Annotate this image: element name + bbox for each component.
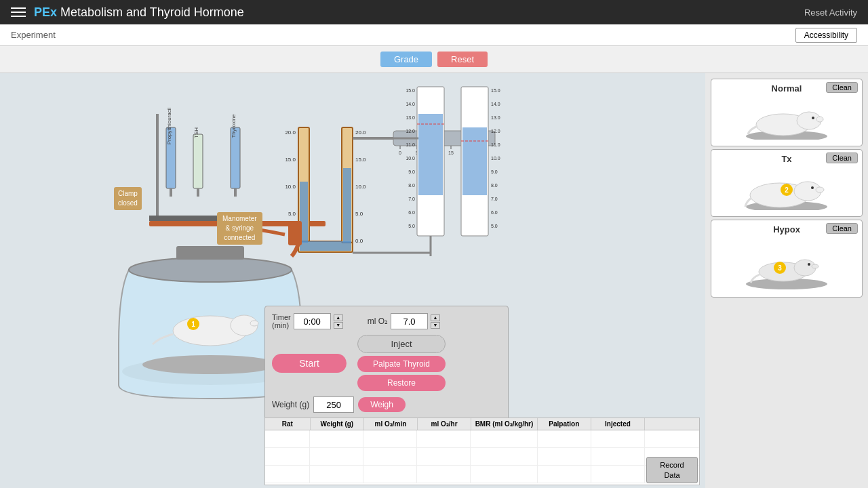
td-mlo2-hr (417, 430, 471, 447)
svg-text:5.0: 5.0 (491, 224, 498, 228)
scale-5-right: 5.0 (355, 211, 363, 217)
svg-point-48 (808, 263, 810, 266)
td-weight (310, 430, 363, 447)
gauge-left-fill (418, 114, 443, 195)
mlo2-down-button[interactable]: ▼ (431, 322, 440, 329)
palpate-thyroid-button[interactable]: Palpate Thyroid (357, 356, 446, 372)
record-data-button[interactable]: Record Data (646, 457, 698, 483)
svg-text:2: 2 (785, 186, 789, 194)
restore-button[interactable]: Restore (357, 375, 446, 391)
svg-text:8.0: 8.0 (491, 183, 498, 188)
reset-button[interactable]: Reset (437, 52, 488, 67)
normal-clean-button[interactable]: Clean (826, 82, 858, 93)
syringe-tip-2 (197, 188, 199, 197)
td-palpation (538, 430, 591, 447)
lab-area: Propylthiouracil TSH Thyroxine 20.0 (0, 73, 705, 488)
table-body[interactable]: Record Data (265, 430, 699, 485)
svg-text:6.0: 6.0 (491, 210, 498, 215)
scale-15-left: 15.0 (285, 157, 296, 163)
scale-10-right: 10.0 (355, 184, 366, 190)
svg-text:10.0: 10.0 (406, 156, 415, 161)
syringe-tsh[interactable] (193, 134, 203, 188)
col-palpation: Palpation (538, 418, 591, 430)
td-mlo2-min (363, 466, 417, 483)
hypox-rat-image[interactable]: 3 (711, 245, 862, 286)
svg-point-35 (816, 117, 823, 122)
svg-text:8.0: 8.0 (408, 183, 415, 188)
tx-clean-button[interactable]: Clean (826, 152, 858, 163)
subheader: Experiment Accessibility (0, 24, 868, 46)
td-rat (265, 466, 310, 483)
app-header: PEx Metabolism and Thyroid Hormone Reset… (0, 0, 868, 24)
normal-rat-image[interactable] (711, 99, 862, 140)
table-row (265, 466, 699, 483)
rat1-nose (250, 321, 258, 326)
title-text: Metabolism and Thyroid Hormone (60, 5, 244, 19)
main-content: Propylthiouracil TSH Thyroxine 20.0 (0, 73, 868, 488)
td-weight (310, 466, 363, 483)
hypox-clean-button[interactable]: Clean (826, 223, 858, 234)
weight-input[interactable]: 250 (313, 396, 354, 413)
menu-icon[interactable] (11, 7, 26, 17)
gauge-right-fill (462, 127, 487, 195)
timer-input[interactable]: 0:00 (294, 313, 331, 329)
syringe-label-2: TSH (193, 127, 199, 138)
tx-rat-label: Tx (781, 154, 791, 164)
svg-text:12.0: 12.0 (406, 129, 415, 134)
td-rat (265, 448, 310, 465)
scale-5-left: 5.0 (288, 211, 296, 217)
controls-panel: Timer(min) 0:00 ▲ ▼ ml O₂ 7.0 ▲ ▼ (264, 306, 509, 420)
jar-platform (142, 355, 278, 374)
svg-text:13.0: 13.0 (406, 115, 415, 120)
svg-text:3: 3 (778, 264, 782, 272)
svg-text:11.0: 11.0 (406, 142, 415, 147)
svg-text:9.0: 9.0 (408, 169, 415, 174)
normal-rat-svg (743, 99, 831, 140)
td-mlo2-hr (417, 448, 471, 465)
syringe-label-1: Propylthiouracil (166, 107, 172, 144)
scale-15-right: 15.0 (355, 157, 366, 163)
mlo2-input[interactable]: 7.0 (391, 313, 428, 329)
jar-tube (292, 244, 298, 256)
svg-text:7.0: 7.0 (491, 197, 498, 201)
topbar: Grade Reset (0, 46, 868, 73)
svg-text:0: 0 (399, 150, 401, 155)
mlo2-label: ml O₂ (368, 317, 388, 326)
td-mlo2-min (363, 430, 417, 447)
scale-20-left: 20.0 (285, 129, 296, 136)
svg-text:5.0: 5.0 (408, 224, 415, 228)
jar-neck (176, 246, 244, 260)
svg-point-41 (811, 186, 814, 189)
mlo2-up-button[interactable]: ▲ (431, 314, 440, 321)
svg-text:6.0: 6.0 (408, 210, 415, 215)
start-button[interactable]: Start (272, 354, 347, 373)
td-palpation (538, 466, 591, 483)
svg-text:9.0: 9.0 (491, 169, 498, 174)
svg-text:13.0: 13.0 (491, 115, 500, 120)
clamp-body (288, 221, 302, 245)
svg-text:15.0: 15.0 (406, 88, 415, 93)
pex-label: PEx (34, 5, 57, 19)
timer-down-button[interactable]: ▼ (334, 322, 343, 329)
col-weight: Weight (g) (311, 418, 364, 430)
tx-rat-image[interactable]: 2 (711, 169, 862, 210)
hypox-rat-box: Hypox Clean 3 (711, 220, 863, 298)
scale-20-right: 20.0 (355, 129, 366, 136)
svg-point-36 (812, 117, 814, 119)
syringe-tip-1 (170, 188, 172, 197)
svg-text:15: 15 (448, 150, 454, 155)
td-bmr (471, 430, 538, 447)
weigh-button[interactable]: Weigh (358, 397, 406, 412)
tx-rat-box: Tx Clean 2 (711, 149, 863, 217)
inject-button[interactable]: Inject (357, 335, 446, 353)
col-mlo2-hr: ml O₂/hr (418, 418, 471, 430)
timer-up-button[interactable]: ▲ (334, 314, 343, 321)
reset-activity-button[interactable]: Reset Activity (804, 7, 857, 18)
rat1-badge-number: 1 (191, 321, 195, 328)
accessibility-button[interactable]: Accessibility (795, 28, 857, 43)
app-title: PEx Metabolism and Thyroid Hormone (34, 5, 244, 20)
scale-10-left: 10.0 (285, 184, 296, 190)
grade-button[interactable]: Grade (380, 52, 432, 67)
table-row (265, 448, 699, 466)
td-rat (265, 430, 310, 447)
